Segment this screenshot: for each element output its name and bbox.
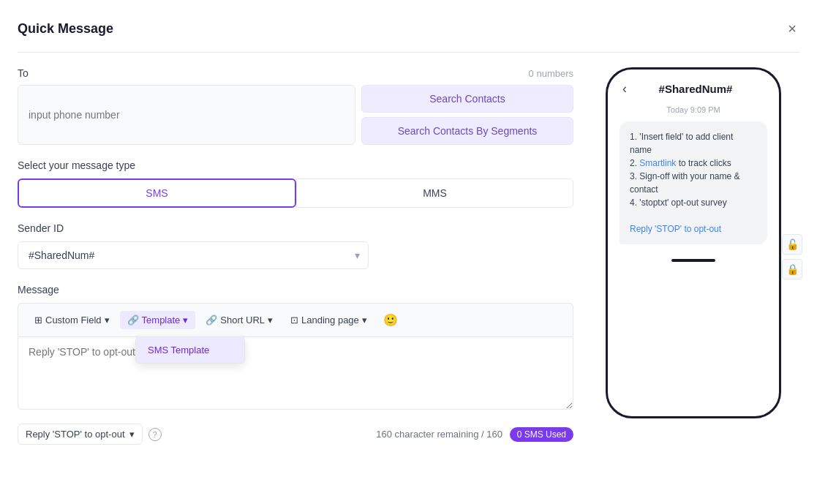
opt-out-row: Reply 'STOP' to opt-out ▾ ?: [18, 424, 162, 445]
lock-closed-symbol: 🔒: [786, 263, 799, 275]
custom-field-button[interactable]: ⊞ Custom Field ▾: [27, 311, 117, 329]
phone-header-title: #SharedNum#: [627, 83, 764, 95]
to-input-row: Search Contacts Search Contacts By Segme…: [18, 85, 573, 145]
char-count: 160 character remaining / 160 0 SMS Used: [376, 427, 573, 442]
landing-page-label: Landing page: [301, 315, 359, 326]
bubble-line-2b: to track clicks: [676, 158, 731, 168]
short-url-icon: 🔗: [206, 315, 217, 326]
landing-page-chevron-icon: ▾: [362, 315, 367, 326]
sms-button[interactable]: SMS: [18, 178, 296, 208]
lock-open-icon[interactable]: 🔓: [782, 234, 802, 255]
phone-input[interactable]: [18, 85, 355, 145]
lock-open-symbol: 🔓: [786, 238, 799, 250]
template-button[interactable]: 🔗 Template ▾: [120, 311, 196, 329]
lock-closed-icon[interactable]: 🔒: [782, 259, 802, 279]
sms-template-item[interactable]: SMS Template: [136, 337, 244, 363]
mms-button[interactable]: MMS: [296, 178, 573, 208]
landing-page-icon: ⊡: [290, 315, 298, 326]
short-url-label: Short URL: [220, 315, 265, 326]
opt-out-label: Reply 'STOP' to opt-out: [26, 429, 125, 440]
modal-title: Quick Message: [18, 21, 113, 37]
message-toolbar: ⊞ Custom Field ▾ 🔗 Template ▾ 🔗 Short UR…: [18, 303, 573, 336]
landing-page-button[interactable]: ⊡ Landing page ▾: [283, 311, 374, 329]
search-contacts-button[interactable]: Search Contacts: [361, 85, 573, 113]
bubble-smartlink: Smartlink: [639, 158, 676, 168]
type-buttons: SMS MMS: [18, 178, 573, 208]
bubble-line-2: 2.: [630, 158, 639, 168]
bubble-line-1: 1. 'Insert field' to add client name: [630, 132, 733, 155]
phone-bottom-bar: [671, 259, 715, 262]
sender-select-wrapper: #SharedNum# ▾: [18, 241, 369, 269]
bubble-line-3: 3. Sign-off with your name & contact: [630, 171, 740, 195]
sender-select[interactable]: #SharedNum#: [18, 241, 369, 269]
modal-header: Quick Message ×: [18, 18, 799, 53]
to-label: To: [18, 67, 29, 79]
bubble-line-4: 4. 'stoptxt' opt-out survey: [630, 198, 727, 208]
char-count-text: 160 character remaining / 160: [376, 429, 502, 440]
to-label-row: To 0 numbers: [18, 67, 573, 79]
short-url-button[interactable]: 🔗 Short URL ▾: [198, 311, 280, 329]
opt-out-select[interactable]: Reply 'STOP' to opt-out ▾: [18, 424, 143, 445]
quick-message-modal: Quick Message × To 0 numbers Search Cont…: [0, 0, 817, 504]
template-label: Template: [142, 315, 181, 326]
sender-section: Sender ID #SharedNum# ▾: [18, 222, 573, 269]
phone-status-bar: ‹ #SharedNum#: [614, 81, 773, 105]
phone-timestamp: Today 9:09 PM: [614, 105, 773, 114]
right-panel: ‹ #SharedNum# Today 9:09 PM 1. 'Insert f…: [591, 67, 796, 445]
emoji-button[interactable]: 🙂: [377, 309, 404, 331]
template-dropdown: SMS Template: [135, 336, 245, 364]
bubble-opt-out: Reply 'STOP' to opt-out: [630, 224, 721, 234]
message-type-label: Select your message type: [18, 159, 573, 171]
template-icon: 🔗: [127, 315, 139, 326]
custom-field-chevron-icon: ▾: [105, 315, 110, 326]
search-buttons: Search Contacts Search Contacts By Segme…: [361, 85, 573, 145]
emoji-icon: 🙂: [383, 314, 398, 326]
opt-out-chevron-icon: ▾: [129, 429, 135, 440]
message-section: Message ⊞ Custom Field ▾ 🔗 Template ▾: [18, 284, 573, 412]
lock-icons-container: 🔓 🔒: [782, 234, 802, 279]
to-field-section: To 0 numbers Search Contacts Search Cont…: [18, 67, 573, 145]
message-textarea[interactable]: [18, 336, 573, 410]
numbers-count: 0 numbers: [529, 68, 573, 79]
message-bubble: 1. 'Insert field' to add client name 2. …: [620, 121, 767, 244]
sms-used-badge: 0 SMS Used: [510, 427, 573, 442]
template-chevron-icon: ▾: [183, 315, 188, 326]
message-label: Message: [18, 284, 573, 296]
sender-label: Sender ID: [18, 222, 573, 234]
message-footer: Reply 'STOP' to opt-out ▾ ? 160 characte…: [18, 424, 573, 445]
custom-field-label: Custom Field: [45, 315, 102, 326]
help-icon[interactable]: ?: [148, 428, 162, 441]
phone-mockup: ‹ #SharedNum# Today 9:09 PM 1. 'Insert f…: [606, 67, 781, 418]
custom-field-icon: ⊞: [34, 315, 42, 326]
main-layout: To 0 numbers Search Contacts Search Cont…: [18, 67, 799, 445]
search-segments-button[interactable]: Search Contacts By Segments: [361, 117, 573, 145]
short-url-chevron-icon: ▾: [268, 315, 273, 326]
close-button[interactable]: ×: [785, 18, 799, 40]
left-panel: To 0 numbers Search Contacts Search Cont…: [18, 67, 573, 445]
message-type-section: Select your message type SMS MMS: [18, 159, 573, 208]
